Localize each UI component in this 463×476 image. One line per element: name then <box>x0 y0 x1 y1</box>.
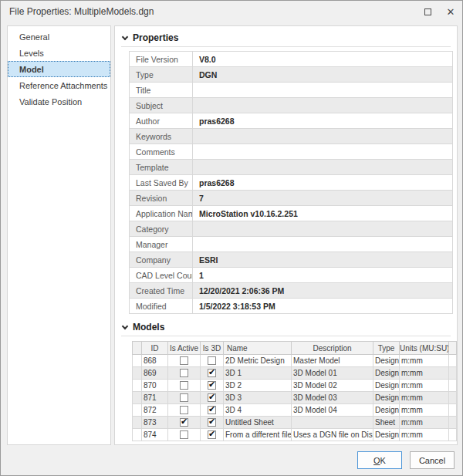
property-label: Modified <box>130 299 193 314</box>
is-active-cell <box>168 404 201 417</box>
property-value[interactable]: pras6268 <box>193 113 453 129</box>
property-label: Author <box>130 113 193 129</box>
is-3d-checkbox[interactable] <box>208 393 216 402</box>
property-value[interactable]: 12/20/2021 2:06:36 PM <box>193 283 453 299</box>
close-button[interactable]: ✕ <box>439 2 462 22</box>
table-row: Template <box>130 160 453 175</box>
maximize-icon <box>424 8 431 15</box>
model-description <box>292 417 373 429</box>
model-description: Uses a DGN file on Disk <box>292 429 373 441</box>
maximize-button[interactable] <box>416 2 439 22</box>
is-active-checkbox[interactable] <box>180 356 188 365</box>
sidebar-item-general[interactable]: General <box>8 29 110 45</box>
property-label: Type <box>130 67 193 83</box>
property-value[interactable]: 7 <box>193 191 453 206</box>
property-value[interactable] <box>193 221 453 237</box>
table-row: CAD Level Count1 <box>130 268 453 283</box>
model-row: 871 3D 3 3D Model 03 Design m:mm <box>133 392 457 404</box>
sidebar-item-model[interactable]: Model <box>8 61 110 77</box>
is-3d-checkbox[interactable] <box>208 418 216 427</box>
model-description: 3D Model 04 <box>292 404 373 417</box>
column-header-description: Description <box>292 342 373 355</box>
is-3d-cell <box>201 367 224 380</box>
is-active-checkbox[interactable] <box>180 430 188 439</box>
property-value[interactable]: MicroStation v10.16.2.251 <box>193 206 453 221</box>
table-row: Comments <box>130 144 453 160</box>
row-selector[interactable] <box>133 355 142 367</box>
dialog-title: File Properties: MultipleModels.dgn <box>9 6 416 17</box>
is-3d-cell <box>201 380 224 392</box>
is-3d-checkbox[interactable] <box>208 406 216 414</box>
model-units: m:mm <box>400 355 449 367</box>
column-header-name: Name <box>224 342 292 355</box>
is-active-checkbox[interactable] <box>180 369 188 377</box>
models-section-header[interactable]: Models <box>121 320 451 336</box>
models-table: ID Is Active Is 3D Name Description Type… <box>132 341 457 441</box>
blank-cell <box>449 429 457 441</box>
is-3d-cell <box>201 429 224 441</box>
is-active-checkbox[interactable] <box>180 406 188 414</box>
model-name: 3D 2 <box>224 380 292 392</box>
is-active-checkbox[interactable] <box>180 393 188 402</box>
property-value[interactable] <box>193 237 453 252</box>
property-label: Revision <box>130 191 193 206</box>
model-id: 870 <box>142 380 168 392</box>
property-value[interactable]: 1/5/2022 3:18:53 PM <box>193 299 453 314</box>
property-value[interactable]: pras6268 <box>193 175 453 191</box>
model-type: Design <box>373 355 400 367</box>
table-row: Application NameMicroStation v10.16.2.25… <box>130 206 453 221</box>
property-label: Last Saved By <box>130 175 193 191</box>
cancel-button[interactable]: Cancel <box>410 451 455 469</box>
row-selector[interactable] <box>133 367 142 380</box>
ok-button[interactable]: OK <box>357 451 402 469</box>
model-type: Design <box>373 380 400 392</box>
is-3d-checkbox[interactable] <box>208 430 216 439</box>
row-selector-header <box>133 342 142 355</box>
table-row: Subject <box>130 98 453 113</box>
model-description: 3D Model 03 <box>292 392 373 404</box>
model-description: 3D Model 02 <box>292 380 373 392</box>
property-label: Application Name <box>130 206 193 221</box>
is-active-checkbox[interactable] <box>180 418 188 427</box>
row-selector[interactable] <box>133 392 142 404</box>
property-value[interactable]: ESRI <box>193 252 453 268</box>
model-type: Design <box>373 429 400 441</box>
property-label: Company <box>130 252 193 268</box>
property-value[interactable]: V8.0 <box>193 52 453 67</box>
table-row: Revision7 <box>130 191 453 206</box>
properties-section-title: Properties <box>133 32 178 43</box>
model-row: 870 3D 2 3D Model 02 Design m:mm <box>133 380 457 392</box>
property-value[interactable] <box>193 160 453 175</box>
column-header-units: Units (MU:SU) <box>400 342 449 355</box>
is-3d-checkbox[interactable] <box>208 381 216 390</box>
property-value[interactable] <box>193 98 453 113</box>
sidebar-item-levels[interactable]: Levels <box>8 45 110 61</box>
model-id: 868 <box>142 355 168 367</box>
property-value[interactable]: 1 <box>193 268 453 283</box>
property-value[interactable]: DGN <box>193 67 453 83</box>
blank-cell <box>449 417 457 429</box>
row-selector[interactable] <box>133 404 142 417</box>
is-3d-checkbox[interactable] <box>208 369 216 377</box>
table-row: Modified1/5/2022 3:18:53 PM <box>130 299 453 314</box>
property-value[interactable] <box>193 144 453 160</box>
is-active-cell <box>168 392 201 404</box>
table-row: Title <box>130 83 453 98</box>
sidebar-item-reference-attachments[interactable]: Reference Attachments <box>8 77 110 93</box>
model-id: 869 <box>142 367 168 380</box>
row-selector[interactable] <box>133 417 142 429</box>
model-row: 869 3D 1 3D Model 01 Design m:mm <box>133 367 457 380</box>
properties-section-header[interactable]: Properties <box>121 31 451 47</box>
is-3d-cell <box>201 404 224 417</box>
row-selector[interactable] <box>133 380 142 392</box>
property-value[interactable] <box>193 83 453 98</box>
sidebar-item-validate-position[interactable]: Validate Position <box>8 93 110 110</box>
property-value[interactable] <box>193 129 453 144</box>
table-row: Manager <box>130 237 453 252</box>
is-3d-checkbox[interactable] <box>208 356 216 365</box>
blank-cell <box>449 380 457 392</box>
row-selector[interactable] <box>133 429 142 441</box>
model-units: m:mm <box>400 404 449 417</box>
is-active-checkbox[interactable] <box>180 381 188 390</box>
model-id: 874 <box>142 429 168 441</box>
